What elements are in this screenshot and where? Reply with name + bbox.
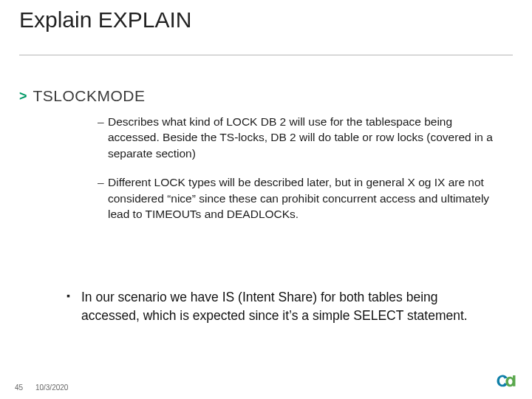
dash-bullet-icon: –	[98, 114, 108, 161]
chevron-right-icon: >	[19, 89, 27, 104]
bullet-text: Different LOCK types will be described l…	[108, 174, 497, 222]
page-number: 45	[15, 383, 23, 392]
slide-footer: 45 10/3/2020	[15, 383, 68, 392]
subheading-text: TSLOCKMODE	[33, 87, 146, 105]
ca-logo-icon	[494, 372, 519, 393]
dash-bullet-icon: –	[98, 174, 108, 222]
list-item: – Different LOCK types will be described…	[98, 174, 497, 222]
bullet-list: – Describes what kind of LOCK DB 2 will …	[98, 114, 497, 235]
title-divider	[19, 55, 513, 55]
scenario-text: In our scenario we have IS (Intent Share…	[81, 288, 488, 324]
bullet-text: Describes what kind of LOCK DB 2 will us…	[108, 114, 497, 161]
footer-date: 10/3/2020	[35, 383, 69, 392]
square-bullet-icon: ▪	[66, 288, 81, 324]
slide: Explain EXPLAIN > TSLOCKMODE – Describes…	[0, 0, 532, 399]
section-subheading: > TSLOCKMODE	[19, 87, 146, 105]
list-item: – Describes what kind of LOCK DB 2 will …	[98, 114, 497, 161]
page-title: Explain EXPLAIN	[19, 7, 191, 33]
scenario-note: ▪ In our scenario we have IS (Intent Sha…	[66, 288, 488, 324]
